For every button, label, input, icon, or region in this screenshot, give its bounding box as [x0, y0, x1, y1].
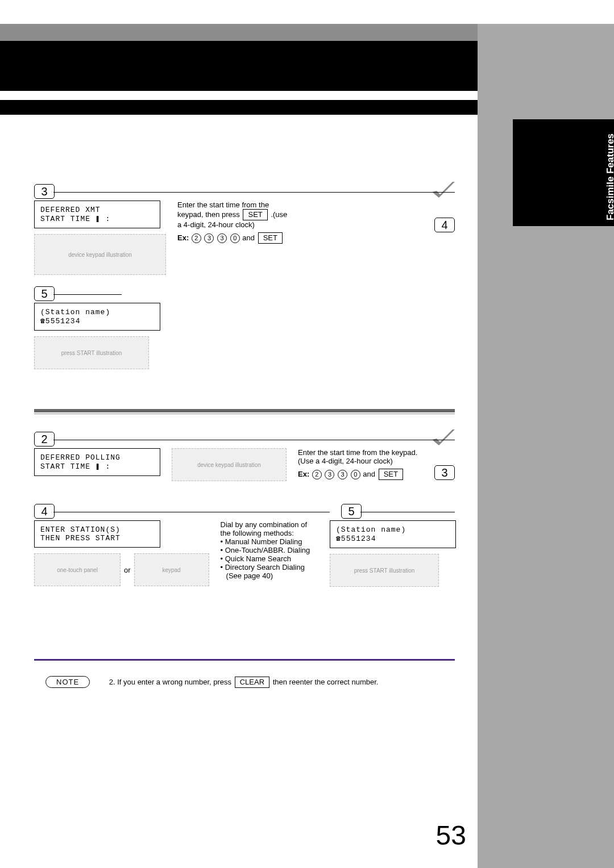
lcd-line: ☎5551234 [40, 316, 154, 326]
device-start-illustration: press START illustration [34, 336, 149, 369]
lcd-line: ☎5551234 [336, 534, 450, 543]
col-step5: (Station name) ☎5551234 press START illu… [330, 520, 455, 587]
lcd-line: (Station name) [336, 525, 450, 534]
device-keypad-illustration: device keypad illustration [172, 448, 287, 481]
step-4-box: 4 [434, 218, 455, 232]
svg-marker-1 [432, 429, 455, 445]
continue-arrow-icon [432, 182, 455, 205]
key-digit: 0 [351, 470, 360, 479]
list-item: One-Touch/ABBR. Dialing [225, 546, 310, 554]
set-button-label: SET [258, 232, 283, 244]
key-digit: 0 [230, 233, 240, 243]
example-label: Ex: [298, 470, 309, 478]
set-button-label: SET [243, 209, 267, 220]
clear-button-label: CLEAR [235, 677, 269, 688]
key-digit: 3 [204, 233, 214, 243]
key-digit: 3 [338, 470, 347, 479]
list-item: Quick Name Search [225, 554, 291, 563]
text: Enter the start time from the keypad. [298, 448, 421, 457]
lcd-deferred-polling: DEFERRED POLLING START TIME ❚ : [34, 448, 160, 476]
text: If you enter a wrong number, press [117, 678, 234, 686]
step-3-box: 3 [434, 465, 455, 480]
section-divider [34, 409, 455, 414]
lcd-line: DEFERRED XMT [40, 206, 154, 214]
col-step4: ENTER STATION(S) THEN PRESS START one-to… [34, 520, 209, 586]
lcd-station-name: (Station name) ☎5551234 [330, 520, 456, 548]
dial-methods-text: Dial by any combination of the following… [221, 520, 318, 580]
note-row: NOTE 2. If you enter a wrong number, pre… [45, 676, 455, 688]
note-label: NOTE [45, 676, 90, 688]
lcd-and-device-col: DEFERRED XMT START TIME ❚ : device keypa… [34, 201, 166, 275]
section-tab-label: Facsimile Features [605, 133, 614, 220]
text: and [242, 233, 256, 242]
lcd-enter-stations: ENTER STATION(S) THEN PRESS START [34, 520, 160, 548]
page-number: 53 [436, 820, 466, 851]
text: a 4-digit, 24-hour clock) [177, 220, 421, 229]
text: .(use [271, 210, 287, 219]
device-keypad-illustration: device keypad illustration [34, 234, 166, 275]
lcd-line: THEN PRESS START [40, 534, 154, 542]
lcd-line: START TIME ❚ : [40, 462, 154, 471]
lcd-line: START TIME ❚ : [40, 214, 154, 223]
step-3-box: 3 [34, 184, 55, 199]
text: keypad, then press [177, 210, 242, 219]
device-keypad-illustration: keypad [134, 553, 209, 586]
bottom-divider [34, 659, 455, 661]
set-button-label: SET [379, 469, 403, 480]
text: then reenter the correct number. [273, 678, 379, 686]
text: Enter the start time from the [177, 201, 269, 209]
section-tab: Facsimile Features [513, 119, 614, 226]
black-header-1 [0, 41, 478, 91]
list-item: Directory Search Dialing [225, 563, 305, 571]
note-number: 2. [109, 678, 115, 686]
svg-marker-0 [432, 182, 455, 198]
list-item: Manual Number Dialing [225, 537, 302, 546]
key-digit: 3 [325, 470, 334, 479]
step-5-box: 5 [34, 286, 55, 301]
device-onetouch-illustration: one-touch panel [34, 553, 121, 586]
section-b: 2 DEFERRED POLLING START TIME ❚ : device… [34, 432, 455, 587]
or-label: or [124, 566, 131, 574]
continue-arrow-icon [432, 429, 455, 452]
lcd-station-name: (Station name) ☎5551234 [34, 303, 160, 331]
text: Dial by any combination of the following… [221, 520, 318, 537]
text: and [363, 470, 377, 478]
key-digit: 2 [192, 233, 201, 243]
lcd-deferred-xmt: DEFERRED XMT START TIME ❚ : [34, 201, 160, 228]
lcd-line: DEFERRED POLLING [40, 453, 154, 462]
text: (See page 40) [226, 571, 318, 580]
instruction-text: Enter the start time from the keypad, th… [177, 201, 421, 244]
step-2-box: 2 [34, 432, 55, 446]
section-a: 3 DEFERRED XMT START TIME ❚ : device key… [34, 184, 455, 369]
example-label: Ex: [177, 233, 189, 242]
device-start-illustration: press START illustration [330, 554, 439, 587]
key-digit: 3 [217, 233, 227, 243]
instruction-text: Enter the start time from the keypad. (U… [298, 448, 421, 480]
lcd-line: ENTER STATION(S) [40, 525, 154, 534]
step-5-box: 5 [341, 504, 362, 519]
key-digit: 2 [312, 470, 322, 479]
text: (Use a 4-digit, 24-hour clock) [298, 457, 421, 465]
step-4-box: 4 [34, 504, 55, 519]
black-header-2 [0, 100, 478, 115]
lcd-line: (Station name) [40, 308, 154, 316]
